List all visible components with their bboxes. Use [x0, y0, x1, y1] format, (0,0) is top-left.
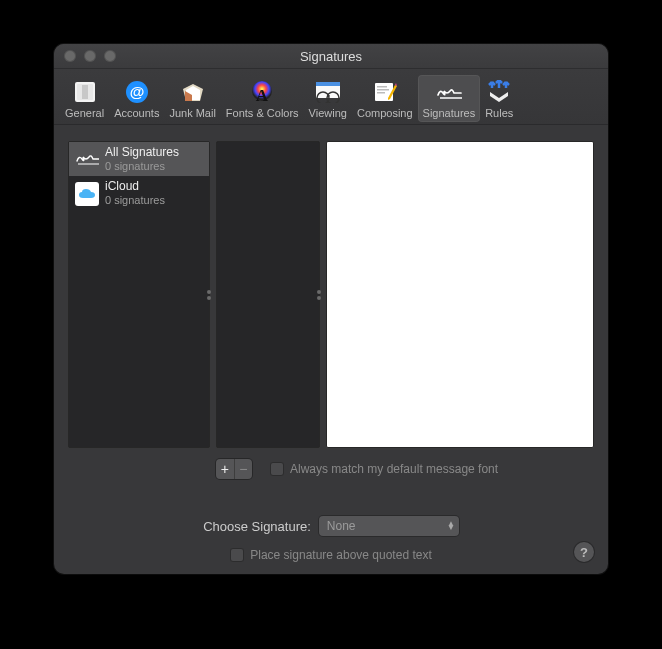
account-name: All Signatures [105, 146, 179, 160]
account-all-signatures[interactable]: All Signatures 0 signatures [69, 142, 209, 176]
close-button[interactable] [64, 50, 76, 62]
select-value: None [327, 519, 356, 533]
bottom-options: Choose Signature: None ▲▼ Place signatur… [68, 516, 594, 562]
svg-rect-12 [377, 86, 387, 88]
accounts-icon: @ [123, 79, 151, 105]
prefs-toolbar: General @ Accounts Junk Mail A Fonts & C… [54, 69, 608, 125]
svg-rect-13 [377, 89, 389, 91]
composing-icon [371, 79, 399, 105]
svg-text:@: @ [129, 83, 144, 100]
choose-label: Choose Signature: [203, 519, 311, 534]
signatures-icon [435, 79, 463, 105]
add-signature-button[interactable]: + [216, 459, 235, 479]
match-font-label: Always match my default message font [290, 462, 498, 476]
svg-text:A: A [256, 86, 269, 104]
tab-accounts[interactable]: @ Accounts [109, 75, 164, 122]
help-button[interactable]: ? [574, 542, 594, 562]
remove-signature-button[interactable]: − [235, 459, 253, 479]
preferences-window: Signatures General @ Accounts Junk Mail … [54, 44, 608, 574]
match-font-row: Always match my default message font [270, 462, 498, 476]
fonts-icon: A [248, 79, 276, 105]
tab-junk[interactable]: Junk Mail [164, 75, 220, 122]
choose-signature-select[interactable]: None ▲▼ [319, 516, 459, 536]
traffic-lights [54, 50, 116, 62]
chevron-updown-icon: ▲▼ [447, 522, 455, 530]
resize-grip-icon[interactable] [317, 285, 322, 305]
tab-general[interactable]: General [60, 75, 109, 122]
tab-label: Accounts [114, 107, 159, 119]
tab-signatures[interactable]: Signatures [418, 75, 481, 122]
tab-viewing[interactable]: Viewing [304, 75, 352, 122]
accounts-list[interactable]: All Signatures 0 signatures iCloud 0 sig… [68, 141, 210, 448]
place-above-row: Place signature above quoted text [230, 548, 431, 562]
panes: All Signatures 0 signatures iCloud 0 sig… [68, 141, 594, 448]
add-remove-control: + − [216, 459, 252, 479]
viewing-icon [314, 79, 342, 105]
svg-rect-14 [377, 92, 385, 94]
icloud-icon [75, 182, 99, 206]
minimize-button[interactable] [84, 50, 96, 62]
tab-fonts[interactable]: A Fonts & Colors [221, 75, 304, 122]
tab-label: Viewing [309, 107, 347, 119]
svg-rect-2 [82, 85, 88, 99]
tab-label: Fonts & Colors [226, 107, 299, 119]
tab-label: Rules [485, 107, 513, 119]
help-label: ? [580, 545, 588, 560]
rules-icon [485, 79, 513, 105]
junk-icon [179, 79, 207, 105]
tab-label: General [65, 107, 104, 119]
tab-rules[interactable]: Rules [480, 75, 518, 122]
titlebar: Signatures [54, 44, 608, 69]
signatures-list[interactable] [216, 141, 320, 448]
choose-signature-row: Choose Signature: None ▲▼ [203, 516, 459, 536]
svg-rect-8 [316, 82, 340, 86]
zoom-button[interactable] [104, 50, 116, 62]
signature-icon [75, 147, 99, 171]
tab-label: Junk Mail [169, 107, 215, 119]
general-icon [71, 79, 99, 105]
tab-label: Composing [357, 107, 413, 119]
signature-editor[interactable] [326, 141, 594, 448]
tab-composing[interactable]: Composing [352, 75, 418, 122]
account-icloud[interactable]: iCloud 0 signatures [69, 176, 209, 210]
resize-grip-icon[interactable] [207, 285, 212, 305]
content-area: All Signatures 0 signatures iCloud 0 sig… [54, 125, 608, 574]
under-row: + − Always match my default message font [68, 458, 594, 480]
account-sub: 0 signatures [105, 194, 165, 207]
tab-label: Signatures [423, 107, 476, 119]
place-above-label: Place signature above quoted text [250, 548, 431, 562]
match-font-checkbox[interactable] [270, 462, 284, 476]
place-above-checkbox[interactable] [230, 548, 244, 562]
account-sub: 0 signatures [105, 160, 179, 173]
account-name: iCloud [105, 180, 165, 194]
window-title: Signatures [54, 49, 608, 64]
